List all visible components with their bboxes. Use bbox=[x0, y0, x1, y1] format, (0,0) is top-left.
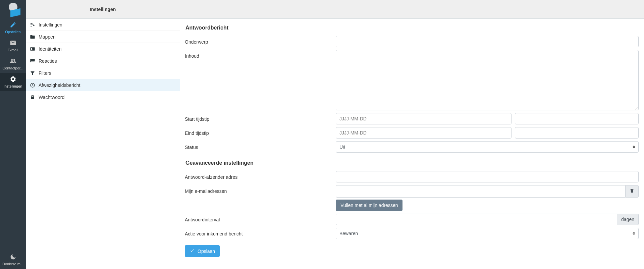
settings-item-label: Wachtwoord bbox=[39, 95, 64, 100]
clock-icon bbox=[29, 83, 36, 88]
interval-unit: dagen bbox=[617, 214, 639, 225]
settings-item-label: Mappen bbox=[39, 34, 56, 40]
subject-input[interactable] bbox=[336, 36, 639, 47]
taskbar-darkmode[interactable]: Donkere m... bbox=[0, 251, 26, 269]
sliders-icon bbox=[29, 22, 36, 28]
section-title-advanced: Geavanceerde instellingen bbox=[185, 160, 639, 166]
settings-item-label: Instellingen bbox=[39, 22, 62, 28]
taskbar-darkmode-label: Donkere m... bbox=[2, 262, 23, 266]
save-button-label: Opslaan bbox=[198, 249, 215, 254]
gear-icon bbox=[9, 76, 17, 84]
interval-input[interactable] bbox=[336, 214, 617, 225]
settings-item-label: Identiteiten bbox=[39, 46, 62, 52]
taskbar: Opstellen E-mail Contactper... Instellin… bbox=[0, 0, 26, 269]
end-date-input[interactable] bbox=[336, 127, 512, 139]
reply-sender-label: Antwoord-afzender adres bbox=[185, 171, 336, 180]
status-label: Status bbox=[185, 141, 336, 150]
main-toolbar bbox=[180, 0, 644, 19]
filter-icon bbox=[29, 70, 36, 76]
compose-icon bbox=[9, 21, 17, 30]
app-logo bbox=[0, 0, 26, 19]
settings-item-password[interactable]: Wachtwoord bbox=[26, 91, 180, 103]
main-content: Antwoordbericht Onderwerp Inhoud Start t… bbox=[180, 0, 644, 269]
reply-sender-input[interactable] bbox=[336, 171, 639, 182]
settings-item-folders[interactable]: Mappen bbox=[26, 31, 180, 43]
taskbar-settings[interactable]: Instellingen bbox=[0, 73, 26, 91]
folder-icon bbox=[29, 34, 36, 40]
comment-icon bbox=[29, 58, 36, 64]
settings-item-label: Reacties bbox=[39, 58, 57, 64]
end-time-label: Eind tijdstip bbox=[185, 127, 336, 136]
incoming-action-label: Actie voor inkomend bericht bbox=[185, 228, 336, 236]
taskbar-mail[interactable]: E-mail bbox=[0, 37, 26, 55]
id-card-icon bbox=[29, 46, 36, 52]
taskbar-compose[interactable]: Opstellen bbox=[0, 19, 26, 37]
settings-item-label: Filters bbox=[39, 70, 51, 76]
taskbar-contacts-label: Contactper... bbox=[2, 66, 23, 70]
incoming-action-select[interactable]: Bewaren bbox=[336, 228, 639, 239]
start-date-input[interactable] bbox=[336, 113, 512, 124]
my-addresses-label: Mijn e-mailadressen bbox=[185, 185, 336, 194]
end-time-input[interactable] bbox=[515, 127, 639, 139]
trash-icon bbox=[630, 188, 634, 195]
taskbar-contacts[interactable]: Contactper... bbox=[0, 55, 26, 73]
taskbar-settings-label: Instellingen bbox=[4, 84, 22, 88]
body-textarea[interactable] bbox=[336, 50, 639, 110]
save-button[interactable]: Opslaan bbox=[185, 245, 220, 257]
chevron-sort-icon bbox=[633, 232, 635, 235]
settings-item-responses[interactable]: Reacties bbox=[26, 55, 180, 67]
settings-item-identities[interactable]: Identiteiten bbox=[26, 43, 180, 55]
settings-item-label: Afwezigheidsbericht bbox=[39, 83, 80, 88]
chevron-sort-icon bbox=[633, 146, 635, 149]
mail-icon bbox=[9, 40, 17, 48]
taskbar-compose-label: Opstellen bbox=[5, 30, 20, 34]
status-select[interactable]: UitAan bbox=[336, 141, 639, 153]
contacts-icon bbox=[9, 58, 17, 66]
start-time-input[interactable] bbox=[515, 113, 639, 124]
moon-icon bbox=[9, 254, 17, 262]
settings-list: Instellingen Mappen Identiteiten Reactie… bbox=[26, 19, 180, 103]
my-addresses-input[interactable] bbox=[336, 185, 626, 198]
start-time-label: Start tijdstip bbox=[185, 113, 336, 122]
fill-addresses-button[interactable]: Vullen met al mijn adressen bbox=[336, 200, 402, 211]
settings-item-filters[interactable]: Filters bbox=[26, 67, 180, 79]
settings-sidebar: Instellingen Instellingen Mappen Identit… bbox=[26, 0, 180, 269]
subject-label: Onderwerp bbox=[185, 36, 336, 45]
settings-item-preferences[interactable]: Instellingen bbox=[26, 19, 180, 31]
lock-icon bbox=[29, 95, 36, 100]
settings-sidebar-title: Instellingen bbox=[26, 0, 180, 19]
delete-address-button[interactable] bbox=[626, 185, 639, 198]
check-icon bbox=[190, 248, 198, 254]
settings-item-vacation[interactable]: Afwezigheidsbericht bbox=[26, 79, 180, 91]
taskbar-mail-label: E-mail bbox=[8, 48, 18, 52]
interval-label: Antwoordinterval bbox=[185, 214, 336, 222]
section-title-reply: Antwoordbericht bbox=[185, 25, 639, 31]
body-label: Inhoud bbox=[185, 50, 336, 59]
